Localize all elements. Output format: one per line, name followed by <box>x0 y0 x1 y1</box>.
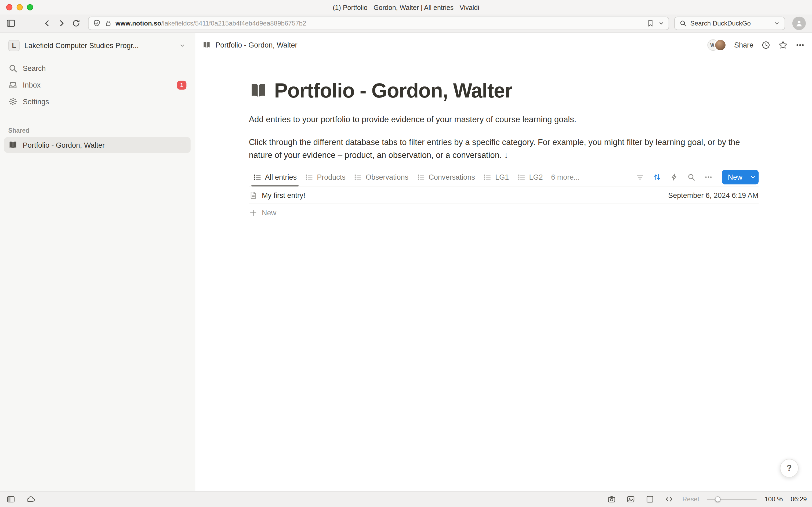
tab-observations[interactable]: Observations <box>350 168 412 186</box>
address-bar[interactable]: www.notion.so/lakefieldcs/5411f0a215ab4f… <box>88 17 669 30</box>
more-options-icon[interactable] <box>795 40 805 50</box>
workspace-switcher[interactable]: L Lakefield Computer Studies Progr... <box>4 38 190 53</box>
sidebar-item-label: Portfolio - Gordon, Walter <box>23 141 186 149</box>
zoom-reset-button[interactable]: Reset <box>682 496 699 503</box>
forward-button[interactable] <box>55 17 68 30</box>
search-icon <box>679 19 687 27</box>
search-dropdown-icon[interactable] <box>773 20 780 26</box>
viewer-avatars[interactable]: W <box>707 39 727 51</box>
add-row-button[interactable]: New <box>249 204 759 222</box>
page-tiling-icon[interactable] <box>644 494 655 505</box>
lock-icon[interactable] <box>105 19 112 27</box>
shared-section-heading[interactable]: Shared <box>0 127 195 134</box>
panel-toggle-icon <box>7 495 15 504</box>
database-controls: New <box>636 170 758 184</box>
cloud-icon <box>26 495 35 504</box>
capture-camera-icon[interactable] <box>606 494 617 505</box>
list-view-icon <box>417 173 425 181</box>
sort-icon[interactable] <box>653 173 661 181</box>
list-view-icon <box>305 173 313 181</box>
page-title[interactable]: Portfolio - Gordon, Walter <box>274 79 512 102</box>
statusbar-right: Reset 100 % 06:29 <box>606 494 807 505</box>
instructions-paragraph[interactable]: Click through the different database tab… <box>249 135 742 161</box>
notion-main: Portfolio - Gordon, Walter W Share <box>195 33 812 491</box>
search-placeholder: Search DuckDuckGo <box>690 19 770 27</box>
search-icon[interactable] <box>687 173 696 181</box>
sync-cloud-icon[interactable] <box>25 494 36 505</box>
back-button[interactable] <box>40 17 54 30</box>
fullscreen-window-button[interactable] <box>27 4 33 10</box>
list-view-icon <box>517 173 525 181</box>
notion-sidebar: L Lakefield Computer Studies Progr... Se… <box>0 33 195 491</box>
panel-toggle-button[interactable] <box>4 17 17 30</box>
zoom-slider-knob[interactable] <box>715 497 721 502</box>
code-icon <box>665 495 673 504</box>
workspace-icon: L <box>8 40 19 51</box>
tab-label: Products <box>317 173 346 181</box>
sidebar-nav: Search Inbox 1 Settings <box>0 61 195 109</box>
tab-more[interactable]: 6 more... <box>547 168 584 186</box>
reload-button[interactable] <box>69 17 83 30</box>
zoom-slider-track[interactable] <box>707 498 757 500</box>
notion-app: L Lakefield Computer Studies Progr... Se… <box>0 33 812 491</box>
url-host: www.notion.so <box>115 19 161 27</box>
updates-clock-icon[interactable] <box>761 40 771 50</box>
sidebar-item-portfolio[interactable]: Portfolio - Gordon, Walter <box>4 137 190 153</box>
tracker-shield-icon[interactable] <box>93 19 101 27</box>
page-actions-icon[interactable] <box>663 494 675 505</box>
share-button[interactable]: Share <box>734 41 753 49</box>
bookmark-dropdown-icon[interactable] <box>658 20 664 26</box>
page-content: Portfolio - Gordon, Walter Add entries t… <box>249 57 759 222</box>
sidebar-item-settings[interactable]: Settings <box>4 94 190 109</box>
page-topbar: Portfolio - Gordon, Walter W Share <box>195 33 812 58</box>
tab-products[interactable]: Products <box>301 168 350 186</box>
help-button[interactable]: ? <box>780 459 798 477</box>
table-row[interactable]: My first entry! September 6, 2024 6:19 A… <box>249 186 759 204</box>
bookmark-icon[interactable] <box>646 19 655 27</box>
new-entry-button[interactable]: New <box>722 170 758 184</box>
entry-date[interactable]: September 6, 2024 6:19 AM <box>668 191 758 199</box>
list-view-icon <box>483 173 491 181</box>
tab-lg2[interactable]: LG2 <box>513 168 547 186</box>
list-view-icon <box>354 173 362 181</box>
url-text[interactable]: www.notion.so/lakefieldcs/5411f0a215ab4f… <box>115 19 643 27</box>
entry-title[interactable]: My first entry! <box>262 191 305 199</box>
page-doc-icon <box>249 191 257 199</box>
window-controls <box>6 0 33 14</box>
inbox-icon <box>8 80 18 90</box>
database-tabs-bar: All entries Products Observations C <box>249 168 759 187</box>
tab-lg1[interactable]: LG1 <box>479 168 513 186</box>
browser-statusbar: Reset 100 % 06:29 <box>0 491 812 507</box>
favorite-star-icon[interactable] <box>778 40 788 50</box>
image-icon <box>627 495 635 504</box>
browser-window: (1) Portfolio - Gordon, Walter | All ent… <box>0 0 812 507</box>
toggle-images-icon[interactable] <box>625 494 636 505</box>
sidebar-item-label: Settings <box>23 98 186 106</box>
browser-search-field[interactable]: Search DuckDuckGo <box>674 17 785 30</box>
breadcrumb-title[interactable]: Portfolio - Gordon, Walter <box>215 41 297 49</box>
filter-icon[interactable] <box>636 173 644 181</box>
tab-conversations[interactable]: Conversations <box>413 168 479 186</box>
tab-all-entries[interactable]: All entries <box>249 168 301 186</box>
profile-avatar[interactable] <box>793 17 806 30</box>
sidebar-item-search[interactable]: Search <box>4 61 190 76</box>
sidebar-item-inbox[interactable]: Inbox 1 <box>4 77 190 93</box>
more-options-icon[interactable] <box>705 173 713 181</box>
back-arrow-icon <box>43 19 51 27</box>
statusbar-panel-icon[interactable] <box>5 494 16 505</box>
zoom-slider[interactable] <box>707 496 757 503</box>
sidebar-item-label: Search <box>23 64 186 72</box>
square-icon <box>645 495 654 504</box>
minimize-window-button[interactable] <box>17 4 23 10</box>
topbar-actions: W Share <box>707 39 805 51</box>
close-window-button[interactable] <box>6 4 12 10</box>
page-icon-book[interactable] <box>249 81 268 100</box>
url-path: /lakefieldcs/5411f0a215ab4f4eb4d9ea889b6… <box>161 19 306 27</box>
avatar-photo <box>714 39 727 51</box>
automation-bolt-icon[interactable] <box>671 173 679 181</box>
workspace-name: Lakefield Computer Studies Progr... <box>24 41 175 50</box>
zoom-percent: 100 % <box>764 496 783 503</box>
breadcrumb[interactable]: Portfolio - Gordon, Walter <box>202 41 297 49</box>
intro-paragraph[interactable]: Add entries to your portfolio to provide… <box>249 113 742 126</box>
new-entry-dropdown[interactable] <box>747 170 758 184</box>
